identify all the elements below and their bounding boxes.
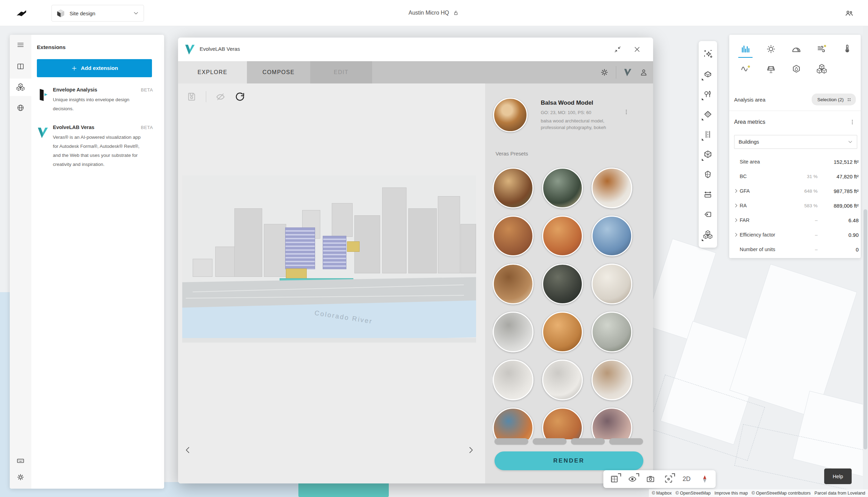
expand-chevron-icon[interactable] <box>732 217 740 223</box>
selection-chip[interactable]: Selection (2) <box>812 94 856 105</box>
eye-off-icon[interactable] <box>215 91 226 102</box>
refresh-icon[interactable] <box>235 91 245 102</box>
tool-measure-button[interactable] <box>701 187 715 201</box>
expand-chevron-icon[interactable] <box>732 188 740 194</box>
preset-wood-ceiling-restaurant[interactable] <box>542 312 583 352</box>
preset-pink-gray-towers[interactable] <box>592 408 632 439</box>
metric-row[interactable]: FAR – 6.48 <box>732 213 859 227</box>
attribution-link[interactable]: Improve this map <box>714 491 748 496</box>
preset-city-mixed-use[interactable] <box>493 408 533 439</box>
metric-value: 0.90 <box>818 232 859 238</box>
rail-keyboard-button[interactable] <box>10 452 31 470</box>
tab-compose[interactable]: COMPOSE <box>247 61 310 83</box>
rail-globe-button[interactable] <box>10 99 31 117</box>
view-2d-toggle[interactable]: 2D <box>679 472 694 486</box>
preset-modern-house-winter[interactable] <box>592 168 632 208</box>
forma-logo-icon[interactable] <box>15 8 28 18</box>
preset-modern-house-forest-fog[interactable] <box>542 168 583 208</box>
tool-extensions-cubes-button[interactable] <box>701 228 715 242</box>
preset-stacked-apartments[interactable] <box>542 216 583 256</box>
analysis-tab-thermometer[interactable] <box>834 39 860 59</box>
analysis-tab-sun[interactable] <box>758 39 783 59</box>
tool-zone-area-button[interactable] <box>701 107 715 121</box>
rail-menu-button[interactable] <box>10 36 31 54</box>
analysis-tab-embodied-cubes[interactable] <box>809 59 834 79</box>
preset-modern-house-autumn[interactable] <box>493 168 533 208</box>
analysis-tab-wind[interactable] <box>809 39 834 59</box>
preset-pager-pill[interactable] <box>495 438 528 444</box>
tab-edit[interactable]: EDIT <box>310 61 372 83</box>
rail-settings-gear-button[interactable] <box>10 468 31 486</box>
veras-settings-gear-icon[interactable] <box>600 68 609 77</box>
preset-glass-conservatory[interactable] <box>592 312 632 352</box>
extension-item[interactable]: Envelope Analysis BETA Unique insights i… <box>37 87 155 113</box>
attribution-link[interactable]: © OpenStreetMap contributors <box>752 491 811 496</box>
collaborators-icon[interactable] <box>844 9 854 18</box>
tool-building-block-button[interactable] <box>701 67 715 81</box>
unlock-icon[interactable] <box>452 9 459 17</box>
analysis-tab-green-hex-drop[interactable] <box>783 59 809 79</box>
tool-ai-select-button[interactable] <box>701 47 715 61</box>
project-selector[interactable]: Site design <box>51 5 144 22</box>
preset-wood-slat-interior[interactable] <box>493 264 533 304</box>
globe-icon <box>16 104 25 112</box>
carousel-right-icon[interactable] <box>466 446 475 455</box>
design-tool-rail <box>699 41 717 248</box>
view-visibility-eye-button[interactable] <box>625 472 640 486</box>
page-scrollbar[interactable] <box>863 26 868 490</box>
scene-preview[interactable]: Colorado River <box>182 175 476 343</box>
expand-chevron-icon[interactable] <box>732 232 740 238</box>
attribution-link[interactable]: © OpenStreetMap <box>676 491 711 496</box>
collapse-window-icon[interactable] <box>613 45 622 54</box>
view-camera-button[interactable] <box>643 472 658 486</box>
extension-item[interactable]: EvolveLAB Veras BETA Veras® is an AI-pow… <box>37 125 155 169</box>
preset-glass-apartments[interactable] <box>592 216 632 256</box>
attribution-link[interactable]: © Mapbox <box>652 491 672 496</box>
add-extension-button[interactable]: Add extension <box>37 59 152 77</box>
veras-logo-icon <box>184 43 195 56</box>
metrics-kebab-menu-icon[interactable] <box>849 118 856 126</box>
save-icon[interactable] <box>186 91 197 102</box>
help-button[interactable]: Help <box>824 468 852 484</box>
rail-library-button[interactable] <box>10 58 31 75</box>
analysis-tab-metrics-bars[interactable] <box>733 39 758 59</box>
scrollbar-thumb[interactable] <box>863 209 867 449</box>
preset-dark-lounge-interior[interactable] <box>542 264 583 304</box>
analysis-tab-noise[interactable] <box>733 59 758 79</box>
metric-row[interactable]: RA 583 % 889,006 ft² <box>732 198 859 213</box>
preset-model-house-warm-roof[interactable] <box>592 360 632 400</box>
tool-label-tag-button[interactable] <box>701 208 715 222</box>
carousel-left-icon[interactable] <box>184 446 193 455</box>
expand-chevron-icon[interactable] <box>732 203 740 208</box>
account-person-icon[interactable] <box>639 68 648 77</box>
selected-preset-thumbnail[interactable] <box>493 98 528 132</box>
render-button[interactable]: RENDER <box>495 451 643 470</box>
preset-kebab-menu-icon[interactable] <box>623 105 630 119</box>
metric-value: 0 <box>818 247 859 252</box>
view-compass-button[interactable] <box>697 472 712 486</box>
tab-explore[interactable]: EXPLORE <box>178 61 247 83</box>
metric-row[interactable]: Efficiency factor – 0.90 <box>732 227 859 242</box>
preset-mosaic-tower[interactable] <box>542 408 583 439</box>
preset-atrium-staircase[interactable] <box>493 312 533 352</box>
metrics-category-dropdown[interactable]: Buildings <box>734 135 857 149</box>
preset-white-model-frame[interactable] <box>542 360 583 400</box>
preset-pager-pill[interactable] <box>571 438 605 444</box>
preset-white-model-gable[interactable] <box>493 360 533 400</box>
preset-brick-apartments[interactable] <box>493 216 533 256</box>
close-window-icon[interactable] <box>633 45 641 54</box>
tool-terrain-button[interactable] <box>701 168 715 182</box>
metric-row[interactable]: GFA 648 % 987,785 ft² <box>732 184 859 198</box>
tool-volume-box-button[interactable] <box>701 147 715 161</box>
rail-extensions-cubes-button[interactable] <box>10 79 31 96</box>
tool-vegetation-trees-button[interactable] <box>701 87 715 101</box>
preset-pager-pill[interactable] <box>609 438 643 444</box>
view-dimension-grid-button[interactable] <box>607 472 622 486</box>
veras-mark-icon[interactable] <box>623 68 632 77</box>
analysis-tab-solar-panel[interactable] <box>758 59 783 79</box>
preset-bright-living-interior[interactable] <box>592 264 632 304</box>
analysis-tab-sun-hours-dome[interactable] <box>783 39 809 59</box>
tool-roads-button[interactable] <box>701 127 715 141</box>
preset-pager-pill[interactable] <box>533 438 566 444</box>
view-focus-target-button[interactable] <box>661 472 676 486</box>
